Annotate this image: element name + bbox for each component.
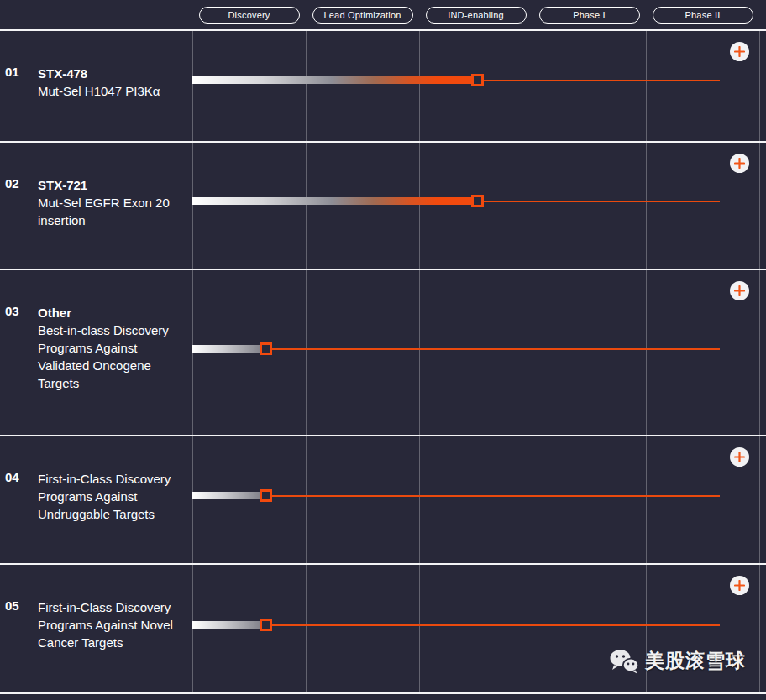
phase-header: Discovery Lead Optimization IND-enabling…	[0, 0, 766, 31]
pipeline-row-2: 02 STX-721 Mut-Sel EGFR Exon 20 insertio…	[0, 143, 766, 270]
program-description: First-in-Class Discovery Programs Agains…	[38, 470, 182, 523]
program-name: Other	[38, 304, 182, 321]
phase-cell: IND-enabling	[419, 7, 533, 24]
pipeline-rows: 01 STX-478 Mut-Sel H1047 PI3Kα 02 STX-72…	[0, 31, 766, 694]
plus-icon	[734, 46, 745, 57]
progress-marker	[471, 74, 484, 86]
phase-pill-lead-optimization: Lead Optimization	[312, 7, 413, 24]
program-name: STX-478	[38, 65, 182, 82]
progress-extension-line	[272, 624, 720, 626]
progress-fill	[192, 76, 471, 84]
program-text: STX-478 Mut-Sel H1047 PI3Kα	[38, 65, 182, 100]
progress-marker	[260, 619, 272, 631]
phase-pill-phase-2: Phase II	[653, 7, 753, 24]
phase-pill-ind-enabling: IND-enabling	[426, 7, 527, 24]
add-button[interactable]	[730, 154, 749, 173]
watermark-text: 美股滚雪球	[645, 648, 746, 674]
pipeline-row-1: 01 STX-478 Mut-Sel H1047 PI3Kα	[0, 31, 766, 143]
progress-marker	[260, 489, 272, 502]
program-text: First-in-Class Discovery Programs Agains…	[38, 470, 182, 523]
progress-fill	[192, 345, 260, 353]
progress-extension-line	[272, 495, 720, 497]
wechat-icon	[609, 649, 639, 674]
plus-icon	[734, 158, 745, 169]
watermark: 美股滚雪球	[609, 648, 746, 674]
pipeline-row-3: 03 Other Best-in-class Discovery Program…	[0, 270, 766, 436]
phase-cell: Lead Optimization	[306, 7, 419, 24]
program-text: STX-721 Mut-Sel EGFR Exon 20 insertion	[38, 176, 182, 229]
progress-track	[192, 195, 721, 207]
plus-icon	[734, 580, 745, 591]
program-description: First-in-Class Discovery Programs Agains…	[38, 598, 182, 651]
progress-fill	[192, 197, 471, 205]
phase-cell: Discovery	[192, 7, 306, 24]
phase-cell: Phase II	[646, 7, 759, 24]
progress-track	[192, 619, 721, 631]
program-text: Other Best-in-class Discovery Programs A…	[38, 304, 182, 392]
program-description: Mut-Sel EGFR Exon 20 insertion	[38, 194, 182, 229]
program-description: Best-in-class Discovery Programs Against…	[38, 321, 182, 392]
add-button[interactable]	[730, 576, 749, 595]
row-number: 04	[5, 470, 19, 484]
add-button[interactable]	[730, 281, 749, 300]
program-text: First-in-Class Discovery Programs Agains…	[38, 598, 182, 651]
progress-fill	[192, 492, 260, 499]
pipeline-row-5: 05 First-in-Class Discovery Programs Aga…	[0, 565, 766, 694]
phase-pill-row: Discovery Lead Optimization IND-enabling…	[192, 7, 759, 24]
row-number: 01	[5, 65, 19, 79]
progress-track	[192, 342, 721, 355]
plus-icon	[734, 452, 745, 462]
add-button[interactable]	[730, 42, 749, 61]
progress-extension-line	[484, 80, 720, 81]
pipeline-row-4: 04 First-in-Class Discovery Programs Aga…	[0, 436, 766, 565]
row-number: 03	[5, 304, 19, 318]
row-number: 05	[5, 598, 19, 613]
progress-marker	[260, 342, 272, 355]
add-button[interactable]	[730, 447, 749, 467]
program-name: STX-721	[38, 176, 182, 194]
phase-cell: Phase I	[533, 7, 646, 24]
progress-track	[192, 489, 721, 502]
program-description: Mut-Sel H1047 PI3Kα	[38, 82, 182, 100]
plus-icon	[734, 285, 745, 296]
progress-fill	[192, 621, 260, 629]
progress-track	[192, 74, 721, 86]
row-number: 02	[5, 176, 19, 191]
phase-pill-discovery: Discovery	[199, 7, 300, 24]
progress-extension-line	[272, 348, 720, 350]
progress-marker	[471, 195, 484, 207]
progress-extension-line	[484, 201, 720, 202]
phase-pill-phase-1: Phase I	[539, 7, 640, 24]
